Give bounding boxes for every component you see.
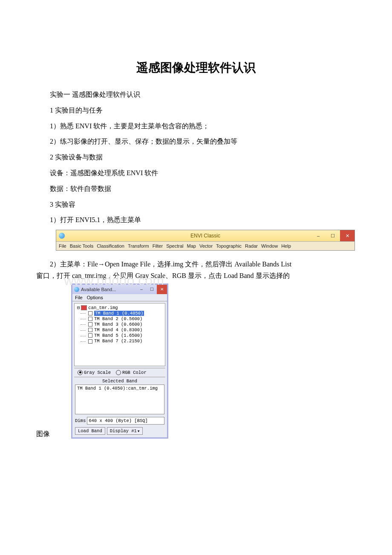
- band-7[interactable]: TM Band 7 (2.2150): [77, 338, 162, 344]
- menu-topographic[interactable]: Topographic: [216, 243, 242, 249]
- envi-titlebar: ENVI Classic – ☐ ✕: [56, 230, 355, 242]
- selected-band-box: TM Band 1 (0.4850):can_tmr.img: [75, 384, 164, 414]
- menu-basictools[interactable]: Basic Tools: [70, 243, 93, 249]
- tree-root[interactable]: ⊟ can_tmr.img: [77, 305, 162, 311]
- menu-map[interactable]: Map: [187, 243, 196, 249]
- document-page: 遥感图像处理软件认识 实验一 遥感图像处理软件认识 1 实验目的与任务 1）熟悉…: [0, 0, 392, 464]
- menu-help[interactable]: Help: [281, 243, 291, 249]
- para-s2-dev: 设备：遥感图像处理系统 ENVI 软件: [36, 167, 356, 179]
- display-mode-radio: Gray Scale RGB Color: [74, 368, 165, 377]
- dims-label: Dims: [75, 418, 86, 423]
- para-s2-data: 数据：软件自带数据: [36, 183, 356, 195]
- window-controls: – ☐ ✕: [311, 230, 355, 241]
- globe-icon: [59, 233, 65, 239]
- menu-filter[interactable]: Filter: [153, 243, 163, 249]
- menu-window[interactable]: Window: [261, 243, 278, 249]
- band-5[interactable]: TM Band 5 (1.6500): [77, 333, 162, 338]
- close-button[interactable]: ✕: [340, 230, 355, 241]
- envi-title-text: ENVI Classic: [190, 233, 220, 239]
- para-sec2: 2 实验设备与数据: [36, 151, 356, 164]
- window-controls: – ☐ ✕: [136, 285, 167, 294]
- radio-rgb[interactable]: RGB Color: [116, 370, 147, 375]
- para-s3-1: 1）打开 ENVI5.1，熟悉主菜单: [36, 214, 356, 226]
- page-title: 遥感图像处理软件认识: [36, 60, 356, 76]
- para-sec1: 1 实验目的与任务: [36, 104, 356, 117]
- selected-band-value: TM Band 1 (0.4850):can_tmr.img: [77, 386, 158, 391]
- menu-file[interactable]: File: [59, 243, 66, 249]
- available-bands-window: Available Band... – ☐ ✕ File Options ⊟ c…: [71, 283, 168, 439]
- band-4[interactable]: TM Band 4 (0.8300): [77, 327, 162, 333]
- menu-classification[interactable]: Classification: [97, 243, 124, 249]
- menu-radar[interactable]: Radar: [245, 243, 258, 249]
- band-2[interactable]: TM Band 2 (0.5600): [77, 316, 162, 322]
- root-filename: can_tmr.img: [88, 305, 118, 311]
- envi-main-menu: File Basic Tools Classification Transfor…: [56, 242, 355, 250]
- dims-value: 640 x 400 (Byte) [BSQ]: [87, 417, 164, 425]
- envi-classic-window: ENVI Classic – ☐ ✕ File Basic Tools Clas…: [56, 230, 355, 251]
- display-dropdown[interactable]: Display #1▼: [107, 427, 143, 435]
- dims-row: Dims 640 x 400 (Byte) [BSQ]: [75, 417, 164, 425]
- para-s3-2b: 窗口，打开 can_tmr.img，分贝用 Gray Scale、RGB 显示，…: [36, 270, 356, 281]
- close-button[interactable]: ✕: [157, 285, 167, 294]
- avail-titlebar: Available Band... – ☐ ✕: [72, 285, 167, 294]
- load-band-button[interactable]: Load Band: [75, 427, 105, 435]
- avail-menu-file[interactable]: File: [75, 295, 83, 300]
- selected-band-label: Selected Band: [72, 377, 167, 384]
- band-3[interactable]: TM Band 3 (0.6600): [77, 322, 162, 327]
- para-s3-2a: 2）主菜单：File→Open Image File，选择.img 文件，然后弹…: [36, 258, 356, 270]
- minimize-button[interactable]: –: [311, 230, 326, 241]
- radio-gray[interactable]: Gray Scale: [78, 370, 111, 375]
- band-1[interactable]: TM Band 1 (0.4850): [77, 311, 162, 316]
- maximize-button[interactable]: ☐: [147, 285, 157, 294]
- avail-title-text: Available Band...: [81, 287, 116, 292]
- globe-icon: [74, 287, 79, 292]
- fig-label: 图像: [36, 430, 51, 439]
- avail-menu: File Options: [72, 294, 167, 301]
- para-exp-name: 实验一 遥感图像处理软件认识: [36, 89, 356, 101]
- para-s1-2: 2）练习影像的打开、显示、保存；数据的显示，矢量的叠加等: [36, 136, 356, 148]
- avail-menu-options[interactable]: Options: [87, 295, 103, 300]
- bands-tree[interactable]: ⊟ can_tmr.img TM Band 1 (0.4850) TM Band…: [74, 303, 165, 366]
- menu-vector[interactable]: Vector: [199, 243, 213, 249]
- menu-spectral[interactable]: Spectral: [166, 243, 183, 249]
- para-s1-1: 1）熟悉 ENVI 软件，主要是对主菜单包含容的熟悉；: [36, 120, 356, 133]
- maximize-button[interactable]: ☐: [326, 230, 340, 241]
- menu-transform[interactable]: Transform: [128, 243, 149, 249]
- para-sec3: 3 实验容: [36, 199, 356, 211]
- file-icon: [81, 305, 87, 310]
- minimize-button[interactable]: –: [136, 285, 147, 294]
